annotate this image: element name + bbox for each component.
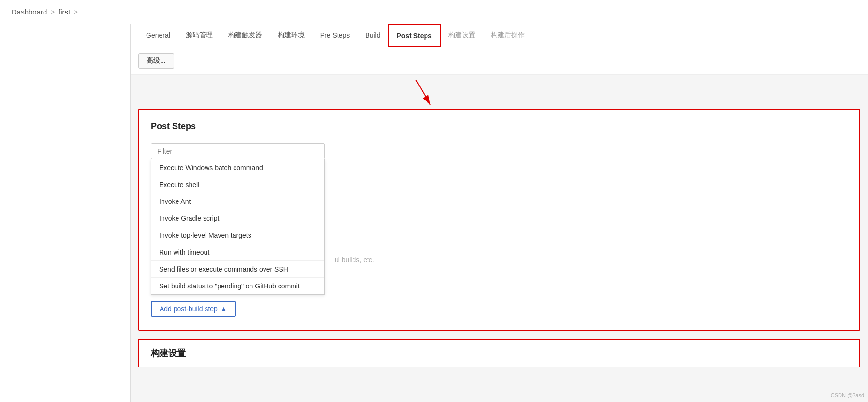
tab-general[interactable]: General [138, 24, 178, 47]
advanced-area: 高级... [131, 47, 868, 75]
dropdown-item[interactable]: Invoke Gradle script [151, 210, 324, 227]
tab-bar: General源码管理构建触发器构建环境Pre StepsBuildPost S… [131, 24, 868, 47]
chevron-up-icon: ▲ [221, 305, 227, 313]
annotation-area [131, 75, 868, 109]
dropdown-item[interactable]: Set build status to "pending" on GitHub … [151, 278, 324, 294]
sidebar [0, 24, 131, 402]
breadcrumb-dashboard[interactable]: Dashboard [12, 8, 47, 16]
breadcrumb-sep2: > [74, 8, 78, 15]
tab-presteps[interactable]: Pre Steps [312, 24, 357, 47]
filter-container [151, 143, 325, 159]
post-steps-section: Post Steps Execute Windows batch command… [138, 109, 860, 331]
build-settings-title: 构建设置 [139, 340, 859, 367]
content-area: General源码管理构建触发器构建环境Pre StepsBuildPost S… [131, 24, 868, 402]
dropdown-item[interactable]: Send files or execute commands over SSH [151, 261, 324, 278]
tab-trigger[interactable]: 构建触发器 [221, 24, 270, 47]
dropdown-item[interactable]: Execute Windows batch command [151, 159, 324, 176]
post-steps-title: Post Steps [151, 121, 848, 131]
dropdown-item[interactable]: Invoke Ant [151, 193, 324, 210]
tab-env[interactable]: 构建环境 [270, 24, 312, 47]
breadcrumb-sep1: > [51, 8, 55, 15]
advanced-button[interactable]: 高级... [138, 53, 174, 69]
tab-source[interactable]: 源码管理 [178, 24, 221, 47]
dropdown-item[interactable]: Run with timeout [151, 244, 324, 261]
tab-poststeps[interactable]: Post Steps [388, 24, 440, 47]
breadcrumb-first[interactable]: first [59, 8, 70, 16]
filter-input[interactable] [151, 143, 325, 159]
dropdown-list: Execute Windows batch commandExecute she… [151, 159, 325, 295]
add-post-build-step-button[interactable]: Add post-build step ▲ [151, 301, 236, 317]
svg-line-1 [416, 80, 430, 105]
tab-build[interactable]: Build [357, 24, 388, 47]
watermark: CSDN @?asd [831, 392, 864, 398]
build-settings-area: 构建设置 [138, 339, 860, 367]
breadcrumb-bar: Dashboard > first > [0, 0, 868, 24]
tab-buildsettings[interactable]: 构建设置 [441, 24, 483, 47]
annotation-arrow [411, 75, 450, 109]
dropdown-item[interactable]: Invoke top-level Maven targets [151, 227, 324, 244]
main-layout: General源码管理构建触发器构建环境Pre StepsBuildPost S… [0, 24, 868, 402]
tab-postbuild[interactable]: 构建后操作 [483, 24, 532, 47]
add-step-label: Add post-build step [160, 305, 218, 313]
hint-text: ul builds, etc. [335, 256, 848, 264]
dropdown-item[interactable]: Execute shell [151, 176, 324, 193]
